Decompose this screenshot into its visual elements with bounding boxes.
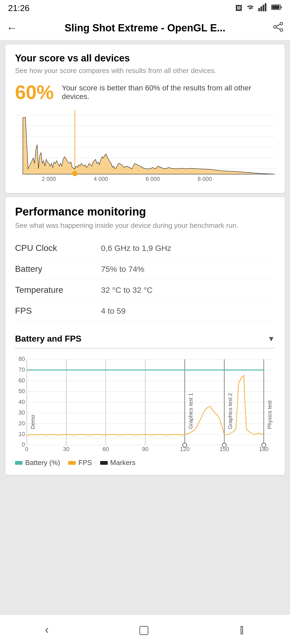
battery-legend-label: Battery (%) xyxy=(25,459,60,467)
performance-card: Performance monitoring See what was happ… xyxy=(5,197,285,475)
status-icons: 🖼 xyxy=(235,3,282,13)
cpu-clock-label: CPU Clock xyxy=(15,243,101,253)
histogram-chart: 2 000 4 000 6 000 8 000 xyxy=(15,110,275,185)
legend-fps: FPS xyxy=(68,459,92,467)
markers-legend-label: Markers xyxy=(110,459,136,467)
svg-text:0: 0 xyxy=(22,441,25,448)
svg-text:Demo: Demo xyxy=(30,415,36,429)
dropdown-label: Battery and FPS xyxy=(15,334,81,344)
score-section-title: Your score vs all devices xyxy=(15,53,275,64)
metric-fps: FPS 4 to 59 xyxy=(15,301,275,321)
svg-text:30: 30 xyxy=(63,446,70,452)
score-percent: 60% xyxy=(15,81,54,103)
back-nav-button[interactable]: ‹ xyxy=(45,623,49,636)
fps-legend-color xyxy=(68,461,76,465)
chevron-down-icon: ▼ xyxy=(267,335,275,343)
svg-text:80: 80 xyxy=(19,357,25,362)
cpu-clock-value: 0,6 GHz to 1,9 GHz xyxy=(101,244,171,253)
svg-text:Physics test: Physics test xyxy=(267,400,273,429)
share-button[interactable] xyxy=(273,21,284,35)
battery-icon xyxy=(271,4,282,12)
svg-text:180: 180 xyxy=(259,446,269,452)
legend-markers: Markers xyxy=(100,459,136,467)
svg-text:60: 60 xyxy=(103,446,109,452)
perf-subtitle: See what was happening inside your devic… xyxy=(15,221,275,230)
svg-text:6 000: 6 000 xyxy=(146,175,160,182)
svg-text:50: 50 xyxy=(19,388,25,394)
signal-icon xyxy=(258,3,268,13)
svg-text:70: 70 xyxy=(19,366,25,373)
chart-type-dropdown[interactable]: Battery and FPS ▼ xyxy=(15,330,275,349)
battery-value: 75% to 74% xyxy=(101,265,144,274)
svg-text:20: 20 xyxy=(19,420,25,427)
svg-rect-5 xyxy=(281,6,282,8)
svg-line-11 xyxy=(276,28,280,29)
svg-rect-3 xyxy=(265,3,266,11)
svg-text:90: 90 xyxy=(142,446,148,452)
svg-text:2 000: 2 000 xyxy=(42,175,56,182)
page-title: Sling Shot Extreme - OpenGL E... xyxy=(23,22,267,34)
photo-icon: 🖼 xyxy=(235,4,242,12)
score-card: Your score vs all devices See how your s… xyxy=(5,45,285,193)
svg-text:10: 10 xyxy=(19,431,25,437)
svg-point-9 xyxy=(280,29,283,31)
svg-text:Graphics test 1: Graphics test 1 xyxy=(188,393,194,429)
svg-text:4 000: 4 000 xyxy=(94,175,108,182)
perf-metrics-table: CPU Clock 0,6 GHz to 1,9 GHz Battery 75%… xyxy=(15,238,275,321)
bottom-navigation: ‹ ▢ ⫿ xyxy=(0,614,290,644)
chart-legend: Battery (%) FPS Markers xyxy=(15,459,275,467)
status-time: 21:26 xyxy=(8,3,30,13)
score-section-subtitle: See how your score compares with results… xyxy=(15,67,275,75)
home-nav-button[interactable]: ▢ xyxy=(138,623,150,636)
markers-legend-color xyxy=(100,461,108,465)
svg-text:Graphics test 2: Graphics test 2 xyxy=(227,393,233,429)
svg-rect-1 xyxy=(260,6,262,11)
fps-value: 4 to 59 xyxy=(101,306,126,316)
metric-cpu-clock: CPU Clock 0,6 GHz to 1,9 GHz xyxy=(15,238,275,259)
svg-text:40: 40 xyxy=(19,398,25,405)
fps-legend-label: FPS xyxy=(78,459,92,467)
wifi-icon xyxy=(245,3,255,13)
metric-battery: Battery 75% to 74% xyxy=(15,259,275,280)
svg-text:120: 120 xyxy=(180,446,190,452)
top-bar: ← Sling Shot Extreme - OpenGL E... xyxy=(0,16,290,40)
fps-label: FPS xyxy=(15,306,101,316)
temperature-label: Temperature xyxy=(15,285,101,295)
svg-point-8 xyxy=(274,25,276,28)
svg-text:0: 0 xyxy=(25,446,28,452)
back-button[interactable]: ← xyxy=(6,22,17,34)
status-bar: 21:26 🖼 xyxy=(0,0,290,16)
legend-battery: Battery (%) xyxy=(15,459,60,467)
temperature-value: 32 °C to 32 °C xyxy=(101,286,153,295)
svg-text:60: 60 xyxy=(19,377,25,384)
svg-point-20 xyxy=(72,171,77,176)
battery-legend-color xyxy=(15,461,23,465)
svg-text:30: 30 xyxy=(19,409,25,416)
battery-label: Battery xyxy=(15,264,101,274)
svg-line-10 xyxy=(276,24,280,26)
svg-point-7 xyxy=(280,22,283,25)
score-description: Your score is better than 60% of the res… xyxy=(62,84,275,101)
svg-text:150: 150 xyxy=(219,446,229,452)
score-row: 60% Your score is better than 60% of the… xyxy=(15,81,275,103)
svg-rect-0 xyxy=(258,8,260,11)
svg-text:8 000: 8 000 xyxy=(198,175,212,182)
svg-rect-2 xyxy=(263,5,264,11)
svg-rect-6 xyxy=(272,5,280,9)
metric-temperature: Temperature 32 °C to 32 °C xyxy=(15,280,275,301)
perf-title: Performance monitoring xyxy=(15,205,275,218)
recents-nav-button[interactable]: ⫿ xyxy=(239,623,245,636)
battery-fps-chart: 80 70 60 50 40 30 20 10 0 xyxy=(15,357,275,453)
